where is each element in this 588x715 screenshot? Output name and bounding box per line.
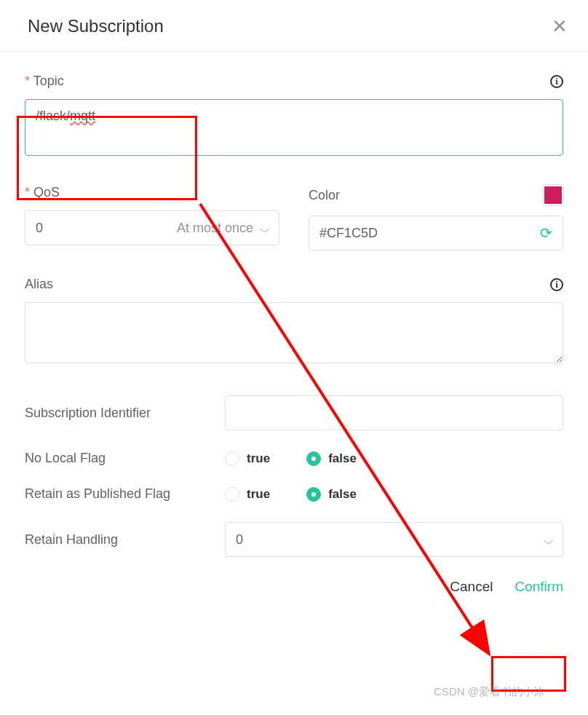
topic-label: Topic — [25, 74, 64, 89]
subscription-identifier-input[interactable] — [225, 395, 563, 430]
subscription-identifier-row: Subscription Identifier — [25, 395, 563, 430]
confirm-button[interactable]: Confirm — [514, 579, 563, 595]
new-subscription-dialog: New Subscription ✕ Topic i /flask/mqtt Q… — [0, 0, 588, 715]
color-swatch[interactable] — [543, 185, 563, 205]
no-local-flag-label: No Local Flag — [25, 451, 225, 466]
alias-label: Alias — [25, 277, 53, 292]
alias-input[interactable] — [25, 302, 563, 363]
chevron-down-icon: ⌵ — [543, 532, 554, 548]
cancel-button[interactable]: Cancel — [450, 579, 493, 595]
retain-handling-row: Retain Handling 0 ⌵ — [25, 522, 563, 557]
topic-input[interactable]: /flask/mqtt — [25, 99, 563, 156]
dialog-title: New Subscription — [28, 16, 164, 36]
color-value: #CF1C5D — [319, 226, 378, 241]
no-local-flag-row: No Local Flag true false — [25, 451, 563, 466]
dialog-header: New Subscription ✕ — [0, 0, 588, 52]
subscription-identifier-label: Subscription Identifier — [25, 406, 225, 421]
qos-col: QoS 0 At most once ⌵ — [25, 185, 279, 250]
qos-color-row: QoS 0 At most once ⌵ Color #CF1C5D ⟳ — [25, 185, 563, 250]
no-local-flag-true[interactable]: true — [225, 451, 270, 466]
info-icon[interactable]: i — [550, 75, 563, 88]
radio-icon — [225, 487, 239, 502]
chevron-down-icon: ⌵ — [259, 220, 270, 236]
retain-as-published-label: Retain as Published Flag — [25, 486, 225, 502]
radio-icon — [306, 487, 321, 502]
qos-select[interactable]: 0 At most once ⌵ — [25, 210, 279, 245]
close-icon: ✕ — [552, 15, 568, 37]
alias-row: Alias i — [25, 277, 563, 366]
retain-handling-select[interactable]: 0 ⌵ — [225, 522, 563, 557]
refresh-icon[interactable]: ⟳ — [540, 224, 552, 242]
color-input[interactable]: #CF1C5D ⟳ — [309, 216, 563, 250]
topic-row: Topic i /flask/mqtt — [25, 74, 563, 156]
qos-value: 0 — [36, 221, 43, 236]
no-local-flag-radio-group: true false — [225, 451, 563, 466]
color-col: Color #CF1C5D ⟳ — [309, 185, 563, 250]
retain-as-published-false[interactable]: false — [306, 487, 357, 502]
info-icon[interactable]: i — [550, 278, 563, 291]
retain-handling-label: Retain Handling — [25, 532, 225, 548]
retain-handling-value: 0 — [236, 532, 243, 548]
retain-as-published-true[interactable]: true — [225, 487, 270, 502]
qos-label: QoS — [25, 185, 60, 200]
dialog-body: Topic i /flask/mqtt QoS 0 At most once ⌵… — [0, 52, 588, 572]
qos-description: At most once — [43, 221, 261, 236]
dialog-footer: Cancel Confirm — [0, 572, 588, 609]
retain-as-published-row: Retain as Published Flag true false — [25, 486, 563, 502]
color-label: Color — [309, 188, 340, 203]
radio-icon — [306, 451, 321, 466]
radio-icon — [225, 451, 239, 466]
close-button[interactable]: ✕ — [552, 17, 568, 36]
no-local-flag-false[interactable]: false — [306, 451, 357, 466]
retain-as-published-radio-group: true false — [225, 487, 563, 502]
